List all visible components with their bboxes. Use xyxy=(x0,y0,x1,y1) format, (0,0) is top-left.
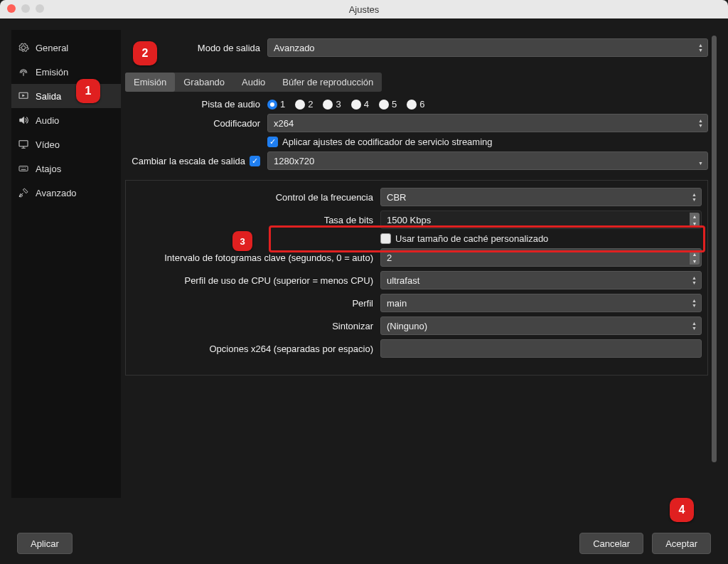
annotation-4: 4 xyxy=(670,498,694,522)
radio-track-3[interactable]: 3 xyxy=(323,99,341,110)
row-profile: Perfil main ▲▼ xyxy=(132,294,702,312)
maximize-icon[interactable] xyxy=(36,4,44,13)
output-mode-select[interactable]: Avanzado ▲▼ xyxy=(267,38,708,57)
svg-rect-1 xyxy=(19,141,28,147)
tune-value: (Ninguno) xyxy=(387,321,427,331)
close-icon[interactable] xyxy=(7,4,16,13)
apply-button[interactable]: Aplicar xyxy=(17,533,73,554)
x264opts-input[interactable] xyxy=(380,339,702,358)
sidebar-item-salida[interactable]: Salida xyxy=(11,84,121,108)
profile-label: Perfil xyxy=(132,298,380,309)
encoder-settings-panel: Control de la frecuencia CBR ▲▼ Tasa de … xyxy=(125,180,708,376)
sidebar-item-audio[interactable]: Audio xyxy=(11,108,121,132)
sidebar-item-video[interactable]: Vídeo xyxy=(11,132,121,156)
broadcast-icon xyxy=(17,66,30,78)
row-rate-control: Control de la frecuencia CBR ▲▼ xyxy=(132,188,702,206)
minimize-icon[interactable] xyxy=(21,4,30,13)
rescale-checkbox[interactable] xyxy=(250,156,260,166)
tune-select[interactable]: (Ninguno) ▲▼ xyxy=(380,316,702,335)
output-icon xyxy=(17,90,30,102)
rescale-value: 1280x720 xyxy=(274,156,314,166)
row-audio-track: Pista de audio 1 2 3 4 5 6 xyxy=(125,99,708,110)
sidebar-label: Avanzado xyxy=(36,188,77,198)
cpu-preset-label: Perfil de uso de CPU (superior = menos C… xyxy=(132,275,380,286)
chevron-updown-icon: ▲▼ xyxy=(692,272,697,289)
row-enforce-settings: Aplicar ajustes de codificador de servic… xyxy=(125,137,708,147)
row-keyframe: Intervalo de fotogramas clave (segundos,… xyxy=(132,248,702,267)
tab-emision[interactable]: Emisión xyxy=(125,73,175,92)
window-title: Ajustes xyxy=(349,4,380,15)
rate-control-value: CBR xyxy=(387,192,406,203)
monitor-icon xyxy=(17,139,30,150)
x264opts-label: Opciones x264 (separadas por espacio) xyxy=(132,344,380,354)
cpu-preset-value: ultrafast xyxy=(387,275,419,286)
sidebar-item-general[interactable]: General xyxy=(11,36,121,60)
output-tabs: Emisión Grabando Audio Búfer de reproduc… xyxy=(125,73,382,92)
encoder-select[interactable]: x264 ▲▼ xyxy=(267,114,708,132)
radio-track-1[interactable]: 1 xyxy=(267,99,285,110)
row-encoder: Codificador x264 ▲▼ xyxy=(125,114,708,132)
radio-track-5[interactable]: 5 xyxy=(379,99,397,110)
gear-icon xyxy=(17,42,30,53)
enforce-checkbox[interactable] xyxy=(267,137,278,147)
row-cpu-preset: Perfil de uso de CPU (superior = menos C… xyxy=(132,271,702,289)
sidebar-label: Audio xyxy=(36,115,59,126)
row-x264opts: Opciones x264 (separadas por espacio) xyxy=(132,339,702,358)
profile-value: main xyxy=(387,298,407,309)
annotation-2: 2 xyxy=(133,41,157,65)
ok-button[interactable]: Aceptar xyxy=(652,533,711,554)
titlebar: Ajustes xyxy=(0,0,728,18)
tab-bufer[interactable]: Búfer de reproducción xyxy=(274,73,382,92)
tab-grabando[interactable]: Grabando xyxy=(175,73,233,92)
spinner-icon[interactable]: ▲▼ xyxy=(690,211,700,228)
audio-track-label: Pista de audio xyxy=(125,99,267,110)
chevron-down-icon: ▲▼ xyxy=(698,152,703,169)
chevron-updown-icon: ▲▼ xyxy=(698,39,703,56)
bitrate-label: Tasa de bits xyxy=(132,215,380,225)
settings-content: Modo de salida Avanzado ▲▼ Emisión Graba… xyxy=(125,30,717,498)
enforce-label: Aplicar ajustes de codificador de servic… xyxy=(282,137,493,147)
chevron-updown-icon: ▲▼ xyxy=(698,115,703,132)
tab-audio[interactable]: Audio xyxy=(233,73,274,92)
rescale-select[interactable]: 1280x720 ▲▼ xyxy=(267,151,708,170)
dialog-footer: Aplicar Cancelar Aceptar xyxy=(0,523,728,564)
settings-sidebar: General Emisión Salida Audio Vídeo Atajo… xyxy=(11,30,121,498)
keyframe-input[interactable]: 2 ▲▼ xyxy=(380,248,702,267)
custom-buffer-label: Usar tamaño de caché personalizado xyxy=(395,233,548,244)
sidebar-item-atajos[interactable]: Atajos xyxy=(11,156,121,181)
keyframe-value: 2 xyxy=(387,252,392,263)
custom-buffer-checkbox[interactable] xyxy=(380,233,391,244)
radio-track-2[interactable]: 2 xyxy=(295,99,313,110)
sidebar-item-emision[interactable]: Emisión xyxy=(11,60,121,84)
sidebar-label: Atajos xyxy=(36,164,61,174)
encoder-label: Codificador xyxy=(125,118,267,129)
radio-track-6[interactable]: 6 xyxy=(407,99,424,110)
sidebar-label: General xyxy=(36,43,68,53)
annotation-1: 1 xyxy=(76,79,100,103)
keyframe-label: Intervalo de fotogramas clave (segundos,… xyxy=(132,252,380,263)
annotation-3: 3 xyxy=(232,231,252,251)
output-mode-value: Avanzado xyxy=(274,43,315,53)
bitrate-input[interactable]: 1500 Kbps ▲▼ xyxy=(380,211,702,229)
profile-select[interactable]: main ▲▼ xyxy=(380,294,702,312)
tools-icon xyxy=(17,187,30,198)
speaker-icon xyxy=(17,115,30,126)
tune-label: Sintonizar xyxy=(132,321,380,331)
sidebar-label: Emisión xyxy=(36,67,68,78)
rate-control-select[interactable]: CBR ▲▼ xyxy=(380,188,702,206)
radio-track-4[interactable]: 4 xyxy=(351,99,369,110)
cancel-button[interactable]: Cancelar xyxy=(579,533,643,554)
traffic-lights xyxy=(7,4,44,13)
sidebar-item-avanzado[interactable]: Avanzado xyxy=(11,181,121,205)
bitrate-value: 1500 Kbps xyxy=(387,215,431,225)
chevron-updown-icon: ▲▼ xyxy=(692,188,697,206)
cpu-preset-select[interactable]: ultrafast ▲▼ xyxy=(380,271,702,289)
row-output-mode: Modo de salida Avanzado ▲▼ xyxy=(125,38,708,57)
sidebar-label: Salida xyxy=(36,91,61,102)
rate-control-label: Control de la frecuencia xyxy=(132,192,380,203)
rescale-label: Cambiar la escala de salida xyxy=(132,156,245,166)
content-scrollbar[interactable] xyxy=(712,36,717,462)
row-custom-buffer: Usar tamaño de caché personalizado xyxy=(132,233,702,244)
sidebar-label: Vídeo xyxy=(36,139,60,150)
spinner-icon[interactable]: ▲▼ xyxy=(690,249,700,266)
